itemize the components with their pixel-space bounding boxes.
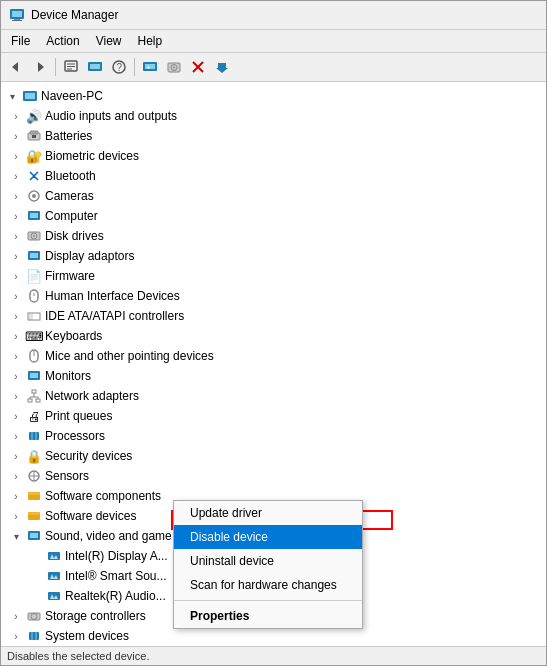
- mice-item[interactable]: › Mice and other pointing devices: [1, 346, 546, 366]
- disk-button[interactable]: [163, 56, 185, 78]
- item-label: Bluetooth: [45, 169, 96, 183]
- item-icon: [26, 488, 42, 504]
- svg-rect-45: [30, 373, 38, 378]
- svg-rect-36: [30, 253, 38, 258]
- list-item[interactable]: › IDE ATA/ATAPI controllers: [1, 306, 546, 326]
- svg-rect-27: [32, 135, 36, 138]
- network-adapters-item[interactable]: › Network adapters: [1, 386, 546, 406]
- svg-rect-11: [90, 64, 100, 69]
- list-item[interactable]: › 🔊 Audio inputs and outputs: [1, 106, 546, 126]
- item-icon: [26, 468, 42, 484]
- svg-marker-5: [38, 62, 44, 72]
- update-driver-button[interactable]: [84, 56, 106, 78]
- expand-icon: ›: [9, 509, 23, 523]
- list-item[interactable]: › Cameras: [1, 186, 546, 206]
- item-icon: 🔒: [26, 448, 42, 464]
- keyboards-item[interactable]: › ⌨ Keyboards: [1, 326, 546, 346]
- svg-point-34: [33, 235, 35, 237]
- expand-icon: ›: [9, 309, 23, 323]
- svg-rect-46: [32, 390, 36, 393]
- list-item[interactable]: › Sensors: [1, 466, 546, 486]
- svg-rect-1: [12, 11, 22, 17]
- title-bar: Device Manager: [1, 1, 546, 30]
- window-icon: [9, 7, 25, 23]
- download-button[interactable]: [211, 56, 233, 78]
- tree-root[interactable]: ▾ Naveen-PC: [1, 86, 546, 106]
- list-item[interactable]: › Batteries: [1, 126, 546, 146]
- svg-text:+: +: [146, 63, 151, 72]
- svg-point-29: [32, 194, 36, 198]
- item-label: Print queues: [45, 409, 112, 423]
- hid-item[interactable]: › Human Interface Devices: [1, 286, 546, 306]
- expand-icon: ›: [9, 629, 23, 643]
- forward-button[interactable]: [29, 56, 51, 78]
- menu-view[interactable]: View: [90, 32, 128, 50]
- list-item[interactable]: › Disk drives: [1, 226, 546, 246]
- item-icon: [26, 188, 42, 204]
- svg-rect-53: [29, 432, 39, 440]
- expand-icon: ›: [9, 129, 23, 143]
- expand-icon: ›: [9, 469, 23, 483]
- item-label: Batteries: [45, 129, 92, 143]
- svg-rect-60: [28, 492, 40, 495]
- scan-button[interactable]: +: [139, 56, 161, 78]
- item-icon: [26, 528, 42, 544]
- expand-icon: ›: [9, 189, 23, 203]
- menu-file[interactable]: File: [5, 32, 36, 50]
- bluetooth-item[interactable]: › Bluetooth: [1, 166, 546, 186]
- svg-rect-26: [30, 131, 38, 134]
- toolbar-sep-2: [134, 58, 135, 76]
- list-item[interactable]: › 🔐 Biometric devices: [1, 146, 546, 166]
- item-label: Storage controllers: [45, 609, 146, 623]
- list-item[interactable]: › Monitors: [1, 366, 546, 386]
- menu-help[interactable]: Help: [132, 32, 169, 50]
- item-icon: [46, 548, 62, 564]
- item-icon: 🔐: [26, 148, 42, 164]
- svg-rect-71: [28, 613, 40, 620]
- svg-rect-48: [36, 399, 40, 402]
- svg-text:?: ?: [117, 62, 123, 73]
- expand-icon: ›: [9, 329, 23, 343]
- menu-action[interactable]: Action: [40, 32, 85, 50]
- properties-button[interactable]: [60, 56, 82, 78]
- list-item[interactable]: › System devices: [1, 626, 546, 646]
- list-item[interactable]: › Display adaptors: [1, 246, 546, 266]
- item-label: Network adapters: [45, 389, 139, 403]
- help-button[interactable]: ?: [108, 56, 130, 78]
- list-item[interactable]: › 📄 Firmware: [1, 266, 546, 286]
- list-item[interactable]: › 🖨 Print queues: [1, 406, 546, 426]
- item-icon: [26, 248, 42, 264]
- item-icon: [26, 508, 42, 524]
- network-icon: [26, 388, 42, 404]
- back-button[interactable]: [5, 56, 27, 78]
- svg-rect-62: [28, 512, 40, 515]
- item-label: Firmware: [45, 269, 95, 283]
- context-menu-properties[interactable]: Properties: [174, 604, 362, 628]
- svg-rect-24: [25, 93, 35, 99]
- toolbar: ? +: [1, 53, 546, 82]
- context-menu-scan-hardware[interactable]: Scan for hardware changes: [174, 573, 362, 597]
- security-devices-item[interactable]: › 🔒 Security devices: [1, 446, 546, 466]
- context-menu-disable-device[interactable]: Disable device: [174, 525, 362, 549]
- item-label: System devices: [45, 629, 129, 643]
- root-icon: [22, 88, 38, 104]
- device-manager-window: Device Manager File Action View Help: [0, 0, 547, 666]
- item-label: Intel(R) Display A...: [65, 549, 168, 563]
- item-label: Monitors: [45, 369, 91, 383]
- item-label: Software components: [45, 489, 161, 503]
- expand-icon: ›: [9, 489, 23, 503]
- expand-icon: ›: [9, 389, 23, 403]
- expand-icon: ›: [9, 209, 23, 223]
- list-item[interactable]: › Processors: [1, 426, 546, 446]
- expand-icon: ›: [9, 249, 23, 263]
- delete-button[interactable]: [187, 56, 209, 78]
- menu-bar: File Action View Help: [1, 30, 546, 53]
- item-label: Realtek(R) Audio...: [65, 589, 166, 603]
- item-label: Keyboards: [45, 329, 102, 343]
- list-item[interactable]: › Computer: [1, 206, 546, 226]
- context-menu-update-driver[interactable]: Update driver: [174, 501, 362, 525]
- item-icon: 📄: [26, 268, 42, 284]
- context-menu: Update driver Disable device Uninstall d…: [173, 500, 363, 629]
- context-menu-uninstall-device[interactable]: Uninstall device: [174, 549, 362, 573]
- item-label: Software devices: [45, 509, 136, 523]
